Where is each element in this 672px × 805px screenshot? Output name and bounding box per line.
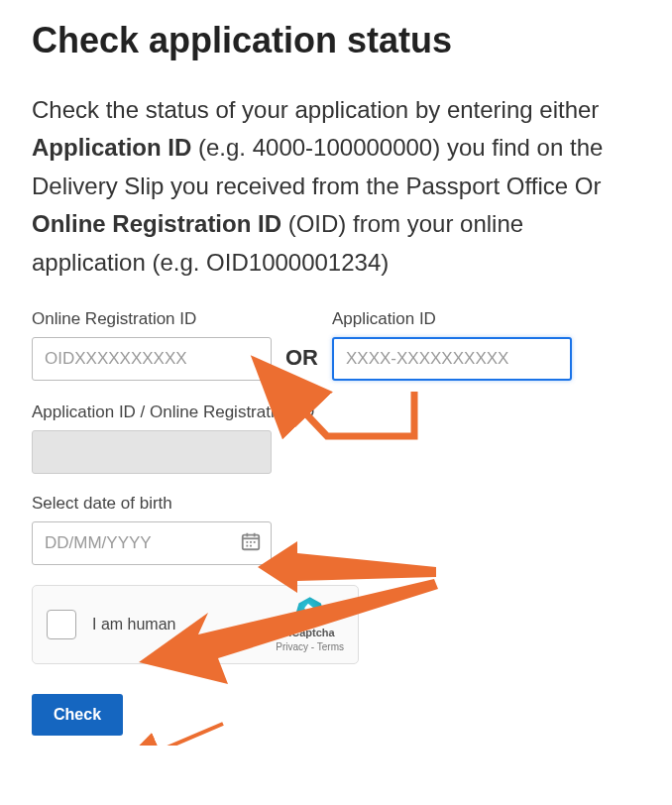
id-row: Online Registration ID OR Application ID (32, 309, 640, 381)
combined-input-disabled (32, 430, 272, 474)
captcha-widget: I am human hCaptcha Privacy - Terms (32, 585, 359, 664)
oid-input[interactable] (32, 337, 272, 381)
hcaptcha-logo-icon (296, 596, 324, 624)
intro-bold-oid: Online Registration ID (32, 210, 281, 237)
captcha-privacy-terms[interactable]: Privacy - Terms (276, 641, 344, 652)
appid-label: Application ID (332, 309, 572, 329)
captcha-checkbox[interactable] (47, 610, 76, 639)
captcha-brand: hCaptcha (285, 627, 335, 638)
dob-input[interactable] (32, 521, 272, 565)
appid-input[interactable] (332, 337, 572, 381)
appid-field: Application ID (332, 309, 572, 381)
dob-label: Select date of birth (32, 494, 640, 514)
captcha-label: I am human (92, 616, 175, 633)
oid-field: Online Registration ID (32, 309, 272, 381)
page-title: Check application status (32, 20, 640, 61)
dob-field: Select date of birth (32, 494, 640, 565)
or-separator: OR (285, 345, 318, 371)
combined-field: Application ID / Online Registration ID (32, 402, 640, 474)
calendar-icon[interactable] (240, 530, 262, 556)
combined-label: Application ID / Online Registration ID (32, 402, 640, 422)
oid-label: Online Registration ID (32, 309, 272, 329)
intro-text: Check the status of your application by … (32, 91, 640, 282)
intro-prefix: Check the status of your application by … (32, 96, 599, 123)
intro-bold-appid: Application ID (32, 134, 191, 161)
check-button[interactable]: Check (32, 694, 123, 736)
